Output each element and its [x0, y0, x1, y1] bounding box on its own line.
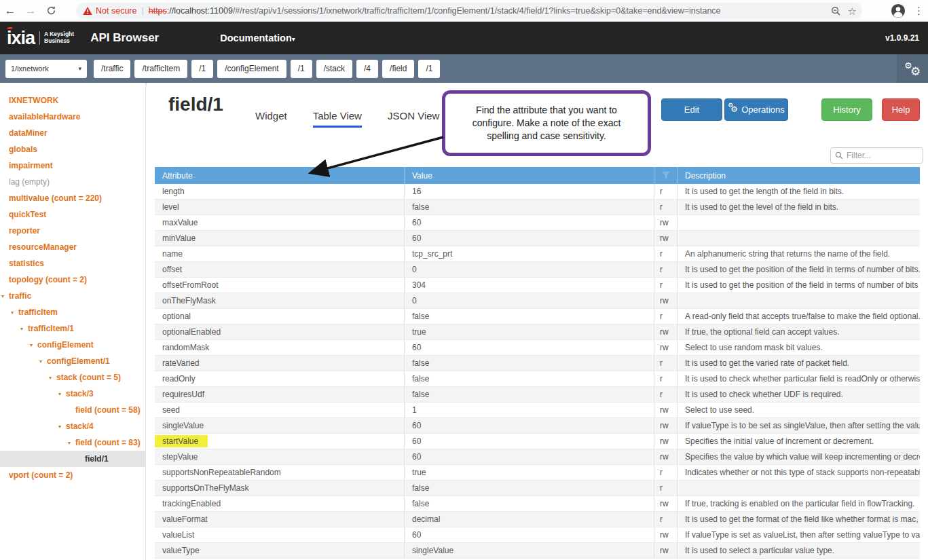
- forward-icon[interactable]: →: [20, 2, 41, 20]
- sidebar-item[interactable]: resourceManager: [0, 239, 145, 255]
- sidebar-item[interactable]: ▾stack (count = 5): [0, 369, 145, 386]
- table-row[interactable]: onTheFlyMask0rw: [155, 293, 920, 309]
- tab-widget[interactable]: Widget: [255, 110, 287, 128]
- tree-collapse-icon[interactable]: ▾: [68, 435, 75, 451]
- table-row[interactable]: optionalfalserA read-only field that acc…: [155, 309, 920, 324]
- breadcrumb-segment[interactable]: /stack: [316, 60, 352, 78]
- table-row[interactable]: stepValue60rwSpecifies the value by whic…: [155, 449, 920, 465]
- sidebar-item[interactable]: dataMiner: [0, 125, 145, 141]
- sidebar-item[interactable]: ▾traffic: [0, 288, 145, 304]
- table-row[interactable]: nametcp_src_prtrAn alphanumeric string t…: [155, 246, 920, 262]
- breadcrumb-segment[interactable]: /configElement: [217, 60, 286, 78]
- session-selector[interactable]: 1/ixnetwork ▾: [5, 60, 87, 78]
- sidebar-item[interactable]: statistics: [0, 255, 145, 272]
- table-row[interactable]: supportsNonRepeatableRandomtruerIndicate…: [155, 465, 920, 481]
- table-row[interactable]: maxValue60rw: [155, 215, 920, 231]
- table-row[interactable]: trackingEnabledfalserwIf true, tracking …: [155, 496, 920, 512]
- sidebar-item[interactable]: lag (empty): [0, 174, 145, 190]
- table-row[interactable]: offsetFromRoot304rIt is used to get the …: [155, 278, 920, 293]
- sidebar-item[interactable]: topology (count = 2): [0, 272, 145, 288]
- table-row[interactable]: requiresUdffalserIt is used to check whe…: [155, 387, 920, 403]
- access-cell: r: [654, 356, 678, 371]
- attribute-cell: offset: [155, 262, 405, 277]
- settings-button[interactable]: ⚙⚙: [897, 54, 928, 83]
- breadcrumb-segment[interactable]: /field: [382, 60, 414, 78]
- column-filter-icon-cell[interactable]: [654, 167, 678, 184]
- table-row[interactable]: optionalEnabledtruerwIf true, the option…: [155, 324, 920, 340]
- access-cell: r: [654, 200, 678, 214]
- sidebar-item[interactable]: globals: [0, 141, 145, 157]
- documentation-menu[interactable]: Documentation▾: [220, 33, 295, 43]
- tree-collapse-icon[interactable]: ▾: [58, 419, 66, 435]
- description-cell: If valueType is set as valueList, then a…: [678, 527, 920, 542]
- url-divider: |: [141, 6, 143, 16]
- tree-collapse-icon[interactable]: ▾: [49, 370, 56, 386]
- tree-collapse-icon[interactable]: ▾: [20, 321, 28, 337]
- sidebar-item[interactable]: ▾trafficItem: [0, 304, 145, 320]
- filter-input[interactable]: [847, 151, 918, 160]
- help-button[interactable]: Help: [882, 98, 920, 121]
- tree-collapse-icon[interactable]: ▾: [11, 305, 18, 321]
- tab-table-view[interactable]: Table View: [313, 110, 362, 128]
- table-row[interactable]: length16rIt is used to get the length of…: [155, 184, 920, 200]
- tree-collapse-icon[interactable]: ▾: [1, 288, 9, 305]
- description-cell: If true, the optional field can accept v…: [678, 324, 920, 339]
- sidebar-item[interactable]: field/1: [0, 451, 145, 467]
- sidebar-item[interactable]: multivalue (count = 220): [0, 190, 145, 206]
- table-row[interactable]: startValue60rwSpecifies the initial valu…: [155, 434, 920, 449]
- table-row[interactable]: randomMask60rwSelect to use random mask …: [155, 340, 920, 356]
- column-header-value[interactable]: Value: [405, 167, 654, 184]
- breadcrumb-segment[interactable]: /1: [418, 60, 440, 78]
- sidebar-item-label: stack/3: [66, 389, 94, 398]
- breadcrumb-segment[interactable]: /1: [191, 60, 213, 78]
- access-cell: r: [654, 278, 678, 293]
- sidebar-item[interactable]: field (count = 58): [0, 402, 145, 418]
- breadcrumb-segment[interactable]: /1: [291, 60, 312, 78]
- breadcrumb-segment[interactable]: /4: [356, 60, 378, 78]
- tree-collapse-icon[interactable]: ▾: [30, 337, 37, 354]
- bookmark-star-icon[interactable]: ☆: [848, 6, 857, 16]
- column-header-attribute[interactable]: Attribute: [155, 167, 405, 184]
- table-row[interactable]: levelfalserIt is used to get the level o…: [155, 200, 920, 215]
- back-icon[interactable]: ←: [0, 2, 20, 20]
- browser-menu-icon[interactable]: ⋮: [914, 5, 924, 17]
- sidebar-item[interactable]: impairment: [0, 157, 145, 174]
- column-header-description[interactable]: Description: [678, 167, 920, 184]
- sidebar-item[interactable]: reporter: [0, 223, 145, 239]
- sidebar-item[interactable]: IXNETWORK: [0, 92, 145, 109]
- breadcrumb-segment[interactable]: /trafficItem: [134, 60, 187, 78]
- sidebar-item[interactable]: quickTest: [0, 206, 145, 223]
- breadcrumb-segment[interactable]: /traffic: [94, 60, 130, 78]
- value-cell: false: [405, 356, 654, 371]
- tree-collapse-icon[interactable]: ▾: [39, 354, 47, 370]
- table-row[interactable]: offset0rIt is used to get the position o…: [155, 262, 920, 278]
- refresh-icon[interactable]: [41, 2, 61, 20]
- table-row[interactable]: seed1rwSelect to use seed.: [155, 403, 920, 418]
- table-row[interactable]: minValue60rw: [155, 231, 920, 246]
- sidebar-item[interactable]: ▾field (count = 83): [0, 434, 145, 451]
- edit-button[interactable]: Edit: [661, 98, 722, 121]
- history-button[interactable]: History: [821, 98, 872, 121]
- table-row[interactable]: valueList60rwIf valueType is set as valu…: [155, 527, 920, 543]
- attribute-cell: stepValue: [155, 449, 405, 464]
- table-row[interactable]: supportsOnTheFlyMaskfalser: [155, 481, 920, 496]
- sidebar-item[interactable]: ▾stack/3: [0, 386, 145, 402]
- table-row[interactable]: singleValue60rwIf valueType is to be set…: [155, 418, 920, 434]
- url-bar[interactable]: Not secure | https://localhost:11009/#/r…: [76, 3, 862, 19]
- sidebar-item[interactable]: ▾configElement: [0, 337, 145, 353]
- table-row[interactable]: readOnlyfalserIt is used to check whethe…: [155, 371, 920, 387]
- table-row[interactable]: valueFormatdecimalrIt is used to get the…: [155, 512, 920, 527]
- sidebar-item[interactable]: vport (count = 2): [0, 467, 145, 483]
- sidebar-item[interactable]: ▾configElement/1: [0, 353, 145, 369]
- sidebar-item[interactable]: ▾trafficItem/1: [0, 320, 145, 337]
- table-row[interactable]: valueTypesingleValuerwIt is used to sele…: [155, 543, 920, 559]
- tree-collapse-icon[interactable]: ▾: [58, 386, 66, 403]
- table-row[interactable]: rateVariedfalserIt is used to get the va…: [155, 356, 920, 371]
- zoom-icon[interactable]: [831, 6, 841, 16]
- operations-button[interactable]: ⚙⚙ Operations: [724, 98, 788, 121]
- profile-avatar-icon[interactable]: [891, 3, 906, 18]
- sidebar-item[interactable]: availableHardware: [0, 109, 145, 125]
- sidebar-item[interactable]: ▾stack/4: [0, 418, 145, 434]
- attribute-cell: supportsOnTheFlyMask: [155, 481, 405, 496]
- tab-json-view[interactable]: JSON View: [388, 110, 439, 128]
